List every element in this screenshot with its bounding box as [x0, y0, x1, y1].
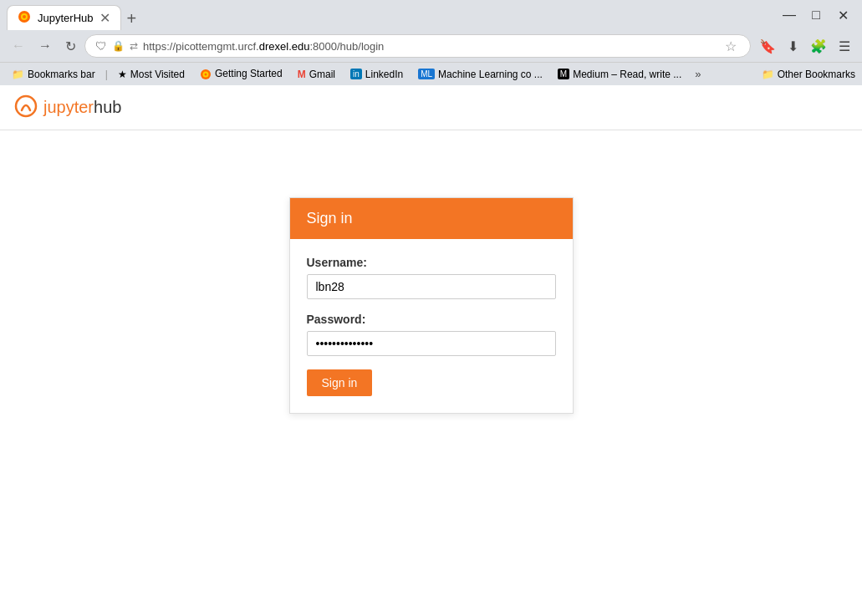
- jupyterhub-header: jupyterhub: [0, 85, 862, 130]
- other-bookmarks-label: Other Bookmarks: [778, 69, 855, 80]
- password-group: Password:: [307, 313, 556, 356]
- jupyter-text: jupyter: [43, 98, 94, 116]
- tab-bar: JupyterHub ✕ +: [7, 0, 772, 30]
- linkedin-icon: in: [350, 69, 362, 79]
- bookmark-gmail[interactable]: M Gmail: [293, 67, 340, 82]
- url-prefix: https://picottemgmt.urcf.: [143, 40, 259, 53]
- page-content: jupyterhub Sign in Username: Password: S…: [0, 85, 862, 616]
- url-bar[interactable]: 🛡 🔒 ⇄ https://picottemgmt.urcf.drexel.ed…: [84, 34, 751, 58]
- medium-icon: M: [558, 69, 569, 79]
- bookmark-getting-started[interactable]: Getting Started: [195, 66, 288, 82]
- bookmark-medium[interactable]: M Medium – Read, write ...: [553, 67, 686, 82]
- back-button[interactable]: ←: [7, 35, 30, 57]
- active-tab[interactable]: JupyterHub ✕: [7, 5, 121, 30]
- most-visited-icon: ★: [118, 69, 127, 80]
- extensions-button[interactable]: 🧩: [805, 35, 832, 58]
- tab-title: JupyterHub: [38, 12, 93, 24]
- bookmark-linkedin[interactable]: in LinkedIn: [345, 67, 408, 82]
- bookmarks-separator: |: [105, 69, 108, 80]
- url-suffix: :8000/hub/login: [309, 40, 384, 53]
- address-bar: ← → ↻ 🛡 🔒 ⇄ https://picottemgmt.urcf.dre…: [0, 30, 862, 62]
- other-bookmarks[interactable]: 📁 Other Bookmarks: [762, 69, 855, 80]
- password-input[interactable]: [307, 331, 556, 356]
- title-bar: JupyterHub ✕ + — □ ✕: [0, 0, 862, 30]
- other-bookmarks-folder-icon: 📁: [762, 69, 774, 80]
- more-bookmarks-button[interactable]: »: [691, 68, 704, 80]
- most-visited-label: Most Visited: [130, 69, 185, 80]
- login-body: Username: Password: Sign in: [290, 239, 573, 413]
- jupyter-logo: jupyterhub: [13, 94, 121, 121]
- bookmark-star-button[interactable]: ☆: [722, 37, 740, 56]
- jupyter-logo-text: jupyterhub: [43, 98, 121, 117]
- toolbar-icons: 🔖 ⬇ 🧩 ☰: [754, 35, 855, 58]
- folder-icon: 📁: [12, 69, 24, 80]
- window-controls: — □ ✕: [777, 5, 855, 25]
- svg-point-5: [204, 73, 207, 75]
- maximize-button[interactable]: □: [803, 5, 829, 25]
- url-text: https://picottemgmt.urcf.drexel.edu:8000…: [143, 40, 717, 53]
- bookmark-ml[interactable]: ML Machine Learning co ...: [413, 67, 548, 82]
- login-area: Sign in Username: Password: Sign in: [0, 130, 862, 481]
- username-label: Username:: [307, 256, 556, 269]
- tab-close-button[interactable]: ✕: [99, 12, 110, 25]
- lock-icon: 🔒: [112, 40, 125, 52]
- minimize-button[interactable]: —: [777, 5, 802, 25]
- sign-in-title: Sign in: [307, 210, 353, 227]
- password-label: Password:: [307, 313, 556, 326]
- url-swap-icon: ⇄: [130, 40, 138, 52]
- url-domain: drexel.edu: [259, 40, 310, 53]
- svg-point-2: [23, 15, 26, 18]
- bookmarks-bar: 📁 Bookmarks bar | ★ Most Visited Getting…: [0, 62, 862, 85]
- hub-text: hub: [94, 98, 121, 116]
- browser-chrome: JupyterHub ✕ + — □ ✕ ← → ↻ 🛡 🔒 ⇄ https:/…: [0, 0, 862, 85]
- forward-button[interactable]: →: [33, 35, 57, 57]
- tab-favicon: [18, 10, 31, 26]
- login-header: Sign in: [290, 198, 573, 239]
- username-input[interactable]: [307, 274, 556, 299]
- sign-in-button[interactable]: Sign in: [307, 369, 373, 396]
- reload-button[interactable]: ↻: [60, 35, 81, 58]
- getting-started-icon: [200, 68, 212, 80]
- download-button[interactable]: ⬇: [783, 35, 803, 58]
- gmail-icon: M: [298, 69, 306, 80]
- ml-label: Machine Learning co ...: [438, 69, 543, 80]
- bookmarks-bar-folder[interactable]: 📁 Bookmarks bar: [7, 67, 100, 82]
- getting-started-label: Getting Started: [215, 68, 283, 79]
- ml-icon: ML: [418, 69, 435, 79]
- gmail-label: Gmail: [309, 69, 335, 80]
- medium-label: Medium – Read, write ...: [573, 69, 681, 80]
- pocket-button[interactable]: 🔖: [754, 35, 781, 58]
- menu-button[interactable]: ☰: [834, 35, 855, 58]
- new-tab-button[interactable]: +: [121, 9, 141, 28]
- bookmark-most-visited[interactable]: ★ Most Visited: [113, 67, 190, 82]
- shield-icon: 🛡: [95, 39, 107, 53]
- username-group: Username:: [307, 256, 556, 299]
- jupyter-logo-icon: [13, 94, 38, 121]
- linkedin-label: LinkedIn: [365, 69, 403, 80]
- login-box: Sign in Username: Password: Sign in: [289, 197, 574, 414]
- close-button[interactable]: ✕: [830, 5, 855, 25]
- bookmarks-bar-label: Bookmarks bar: [28, 69, 95, 80]
